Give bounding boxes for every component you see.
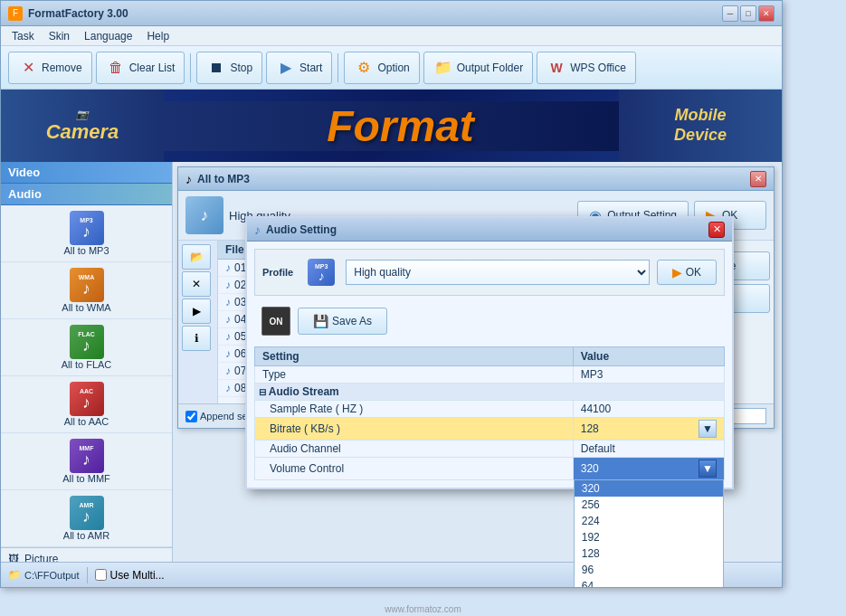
sidebar-section-audio[interactable]: Audio [1,184,172,205]
file-icon-6: ♪ [225,347,231,360]
settings-table: Setting Value Type MP3 Audio Stream [254,346,725,480]
app-icon: F [8,6,23,21]
file-icon-3: ♪ [225,296,231,308]
table-row-volume-control: Volume Control 320 ▼ [255,458,725,480]
play-tool-button[interactable]: ▶ [182,299,211,324]
mmf-icon: MMF ♪ [70,439,104,473]
remove-button[interactable]: ✕ Remove [8,52,92,84]
value-col-header: Value [573,347,724,366]
remove-tool-button[interactable]: ✕ [182,271,211,297]
title-bar: F FormatFactory 3.00 ─ □ ✕ [1,1,782,26]
bitrate-dropdown-arrow[interactable]: ▼ [699,420,717,438]
table-row-sample-rate: Sample Rate ( HZ ) 44100 [255,401,725,418]
table-row-audio-channel: Audio Channel Default [255,441,725,458]
sidebar-item-mmf[interactable]: MMF ♪ All to MMF [1,433,172,490]
dropdown-item-96[interactable]: 96 [575,562,723,578]
banner-format: Format [327,101,474,151]
sidebar-item-mp3-label: All to MP3 [63,245,109,256]
subwindow-title-text: All to MP3 [197,173,250,185]
profile-ok-arrow-icon: ▶ [672,265,682,280]
stop-icon: ⏹ [206,58,226,78]
maximize-button[interactable]: □ [740,5,756,22]
stop-button[interactable]: ⏹ Stop [196,52,262,84]
clear-list-button[interactable]: 🗑 Clear List [96,52,185,84]
profile-ok-button[interactable]: ▶ OK [657,260,717,285]
option-button[interactable]: ⚙ Option [344,52,419,84]
add-tool-button[interactable]: 📂 [182,244,211,270]
sidebar-item-flac[interactable]: FLAC ♪ All to FLAC [1,319,172,376]
settings-col-header: Setting [255,347,574,366]
sidebar-item-aac[interactable]: AAC ♪ All to AAC [1,376,172,433]
status-separator [87,567,88,583]
profile-select[interactable]: High quality [346,260,649,285]
dropdown-item-192[interactable]: 192 [575,529,723,545]
table-row-type: Type MP3 [255,366,725,384]
audio-dialog-close-button[interactable]: ✕ [708,222,725,238]
append-setting-checkbox[interactable] [185,411,197,422]
wps-icon: W [547,58,566,78]
main-panel: ♪ All to MP3 ✕ ♪ High quality ◉ Output S… [173,162,782,587]
bitrate-dropdown-cell: 128 ▼ [581,420,717,438]
output-folder-button[interactable]: 📁 Output Folder [423,52,533,84]
dropdown-item-224[interactable]: 224 [575,513,723,529]
remove-icon: ✕ [18,58,38,78]
output-folder-icon: 📁 [433,58,453,78]
profile-mp3-icon: MP3 ♪ [304,255,338,289]
sidebar-item-amr-label: All to AMR [63,530,109,541]
dropdown-item-256[interactable]: 256 [575,497,723,513]
start-icon: ▶ [276,58,296,78]
file-icon-2: ♪ [225,279,231,291]
sidebar-item-flac-label: All to FLAC [62,359,112,370]
audio-dialog-title-bar: ♪ Audio Setting ✕ [247,218,732,242]
subwindow-title-bar: ♪ All to MP3 ✕ [178,167,774,191]
save-as-button[interactable]: 💾 Save As [298,308,387,335]
audio-setting-dialog: ♪ Audio Setting ✕ Profile MP3 ♪ [245,216,734,489]
sidebar-item-amr[interactable]: AMR ♪ All to AMR [1,490,172,547]
sidebar-item-wma-label: All to WMA [62,302,110,313]
minimize-button[interactable]: ─ [722,5,738,22]
toolbar-separator-1 [190,53,191,82]
volume-dropdown-list: 320 256 224 192 128 96 64 32 [574,479,724,587]
flac-icon: FLAC ♪ [70,325,104,359]
sidebar-item-aac-label: All to AAC [64,416,109,427]
content-area: Video Audio MP3 ♪ All to MP3 WMA ♪ All t… [1,162,782,587]
wps-office-button[interactable]: W WPS Office [537,52,636,84]
banner-mobile: MobileDevice [674,106,727,145]
sidebar-section-video[interactable]: Video [1,162,172,184]
output-path-status: 📁 C:\FFOutput [8,569,80,581]
profile-row: Profile MP3 ♪ High quality ▶ OK [254,249,725,296]
start-button[interactable]: ▶ Start [266,52,332,84]
left-toolbar: 📂 ✕ ▶ ℹ [178,241,218,403]
toolbar-separator-2 [337,53,338,82]
info-tool-button[interactable]: ℹ [182,326,211,351]
volume-selected-item[interactable]: 320 ▼ [574,458,724,479]
menu-task[interactable]: Task [5,28,42,44]
sidebar: Video Audio MP3 ♪ All to MP3 WMA ♪ All t… [1,162,173,587]
use-multi-area: Use Multi... [95,569,165,582]
subwindow-close-button[interactable]: ✕ [750,171,766,187]
menu-help[interactable]: Help [139,28,176,44]
close-button[interactable]: ✕ [758,5,775,22]
main-window: F FormatFactory 3.00 ─ □ ✕ Task Skin Lan… [0,0,783,588]
app-title: FormatFactory 3.00 [28,7,722,20]
sidebar-item-wma[interactable]: WMA ♪ All to WMA [1,262,172,319]
use-multi-checkbox[interactable] [95,569,107,581]
toolbar: ✕ Remove 🗑 Clear List ⏹ Stop ▶ Start ⚙ O… [1,46,782,90]
menu-bar: Task Skin Language Help [1,26,782,46]
file-icon-4: ♪ [225,313,231,326]
dropdown-item-128[interactable]: 128 [575,545,723,562]
volume-dropdown-arrow[interactable]: ▼ [699,460,717,478]
sidebar-item-mp3[interactable]: MP3 ♪ All to MP3 [1,205,172,262]
dropdown-item-320[interactable]: 320 [575,480,723,497]
profile-label: Profile [262,267,293,278]
table-row-bitrate: Bitrate ( KB/s ) 128 ▼ [255,418,725,441]
file-icon-5: ♪ [225,330,231,343]
dropdown-item-64[interactable]: 64 [575,578,723,587]
menu-skin[interactable]: Skin [42,28,77,44]
save-floppy-icon: 💾 [313,314,328,328]
audio-dialog-icon: ♪ [254,223,261,237]
menu-language[interactable]: Language [77,28,139,44]
folder-status-icon: 📁 [8,569,21,581]
volume-dropdown-container: 320 ▼ 320 256 224 192 128 [574,458,724,479]
file-icon-8: ♪ [225,382,231,394]
